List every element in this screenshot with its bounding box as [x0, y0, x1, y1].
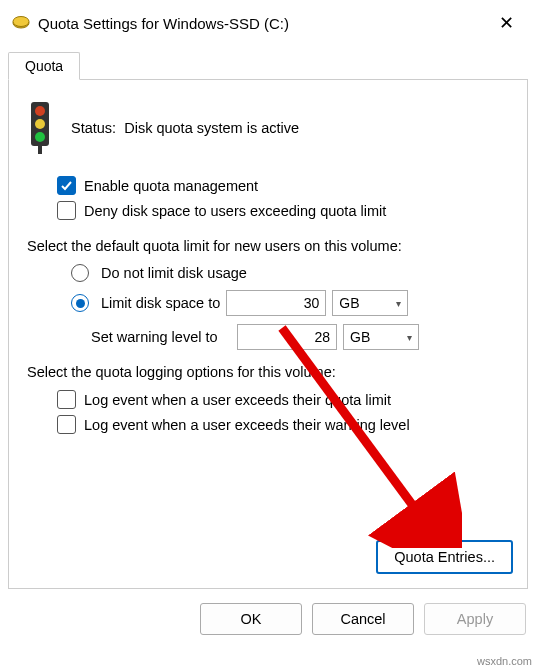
no-limit-row: Do not limit disk usage	[71, 264, 509, 282]
status-text: Status: Disk quota system is active	[71, 120, 299, 136]
chevron-down-icon: ▾	[407, 332, 412, 343]
limit-unit-select[interactable]: GB ▾	[332, 290, 408, 316]
log-warning-row: Log event when a user exceeds their warn…	[57, 415, 509, 434]
log-warning-checkbox[interactable]	[57, 415, 76, 434]
deny-space-label: Deny disk space to users exceeding quota…	[84, 203, 386, 219]
logging-section: Select the quota logging options for thi…	[27, 364, 509, 434]
deny-space-checkbox[interactable]	[57, 201, 76, 220]
enable-quota-row: Enable quota management	[57, 176, 509, 195]
ok-button[interactable]: OK	[200, 603, 302, 635]
watermark: wsxdn.com	[477, 655, 532, 667]
titlebar: Quota Settings for Windows-SSD (C:) ✕	[0, 0, 536, 46]
disk-icon	[12, 14, 30, 32]
svg-rect-6	[38, 146, 42, 154]
quota-options: Enable quota management Deny disk space …	[57, 176, 509, 220]
log-quota-label: Log event when a user exceeds their quot…	[84, 392, 391, 408]
dialog-buttons: OK Cancel Apply	[0, 589, 536, 645]
apply-button[interactable]: Apply	[424, 603, 526, 635]
limit-label: Limit disk space to	[101, 295, 220, 311]
status-row: Status: Disk quota system is active	[27, 100, 509, 156]
warning-label: Set warning level to	[91, 329, 231, 345]
chevron-down-icon: ▾	[396, 298, 401, 309]
svg-point-1	[13, 17, 29, 27]
warning-row: Set warning level to GB ▾	[91, 324, 509, 350]
no-limit-radio[interactable]	[71, 264, 89, 282]
limit-row: Limit disk space to GB ▾	[71, 290, 509, 316]
log-quota-checkbox[interactable]	[57, 390, 76, 409]
limit-radio[interactable]	[71, 294, 89, 312]
tab-container: Quota Status: Disk quota system is activ…	[8, 52, 528, 589]
svg-point-3	[35, 106, 45, 116]
no-limit-label: Do not limit disk usage	[101, 265, 247, 281]
log-warning-label: Log event when a user exceeds their warn…	[84, 417, 410, 433]
logging-options: Log event when a user exceeds their quot…	[57, 390, 509, 434]
svg-point-4	[35, 119, 45, 129]
limit-radio-group: Do not limit disk usage Limit disk space…	[71, 264, 509, 350]
limit-value-input[interactable]	[226, 290, 326, 316]
log-quota-row: Log event when a user exceeds their quot…	[57, 390, 509, 409]
tab-quota[interactable]: Quota	[8, 52, 80, 80]
close-button[interactable]: ✕	[489, 8, 524, 38]
enable-quota-checkbox[interactable]	[57, 176, 76, 195]
limit-heading: Select the default quota limit for new u…	[27, 238, 509, 254]
enable-quota-label: Enable quota management	[84, 178, 258, 194]
svg-point-5	[35, 132, 45, 142]
window-title: Quota Settings for Windows-SSD (C:)	[38, 15, 489, 32]
warning-value-input[interactable]	[237, 324, 337, 350]
warning-unit-select[interactable]: GB ▾	[343, 324, 419, 350]
tab-body: Status: Disk quota system is active Enab…	[8, 79, 528, 589]
limit-section: Select the default quota limit for new u…	[27, 238, 509, 350]
logging-heading: Select the quota logging options for thi…	[27, 364, 509, 380]
deny-space-row: Deny disk space to users exceeding quota…	[57, 201, 509, 220]
traffic-light-icon	[27, 100, 53, 156]
quota-entries-button[interactable]: Quota Entries...	[376, 540, 513, 574]
cancel-button[interactable]: Cancel	[312, 603, 414, 635]
